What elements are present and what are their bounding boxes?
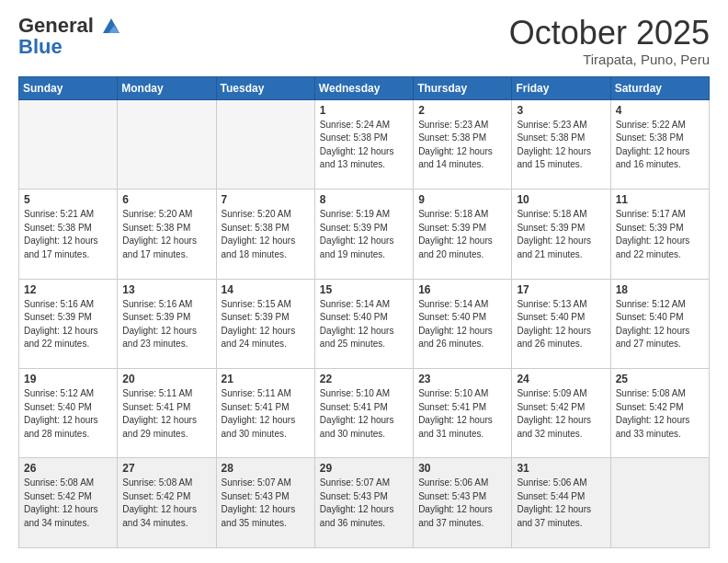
calendar-cell: 9Sunrise: 5:18 AM Sunset: 5:39 PM Daylig… xyxy=(414,190,512,279)
cell-info: Sunrise: 5:20 AM Sunset: 5:38 PM Dayligh… xyxy=(222,208,310,261)
cell-info: Sunrise: 5:23 AM Sunset: 5:38 PM Dayligh… xyxy=(418,119,506,172)
day-number: 16 xyxy=(418,283,506,296)
cell-info: Sunrise: 5:15 AM Sunset: 5:39 PM Dayligh… xyxy=(222,298,310,351)
cell-info: Sunrise: 5:14 AM Sunset: 5:40 PM Dayligh… xyxy=(418,298,506,351)
calendar-cell: 8Sunrise: 5:19 AM Sunset: 5:39 PM Daylig… xyxy=(314,190,413,279)
cell-info: Sunrise: 5:10 AM Sunset: 5:41 PM Dayligh… xyxy=(418,387,506,441)
day-number: 29 xyxy=(320,462,408,475)
cell-info: Sunrise: 5:13 AM Sunset: 5:40 PM Dayligh… xyxy=(517,298,605,351)
cell-info: Sunrise: 5:12 AM Sunset: 5:40 PM Dayligh… xyxy=(616,298,704,351)
calendar-cell: 20Sunrise: 5:11 AM Sunset: 5:41 PM Dayli… xyxy=(118,369,216,458)
day-number: 17 xyxy=(517,283,605,296)
header-wednesday: Wednesday xyxy=(314,76,413,99)
day-number: 2 xyxy=(418,104,506,117)
calendar-cell: 21Sunrise: 5:11 AM Sunset: 5:41 PM Dayli… xyxy=(216,369,314,458)
day-number: 27 xyxy=(122,462,210,475)
day-number: 5 xyxy=(24,193,112,206)
cell-info: Sunrise: 5:09 AM Sunset: 5:42 PM Dayligh… xyxy=(517,387,605,441)
calendar-cell: 27Sunrise: 5:08 AM Sunset: 5:42 PM Dayli… xyxy=(118,458,216,548)
day-number: 30 xyxy=(418,462,506,475)
day-number: 9 xyxy=(418,193,506,206)
calendar-cell xyxy=(19,99,118,189)
logo-icon xyxy=(101,17,121,37)
calendar-cell: 26Sunrise: 5:08 AM Sunset: 5:42 PM Dayli… xyxy=(19,458,118,548)
calendar-cell: 18Sunrise: 5:12 AM Sunset: 5:40 PM Dayli… xyxy=(610,279,709,368)
cell-info: Sunrise: 5:16 AM Sunset: 5:39 PM Dayligh… xyxy=(24,298,112,351)
calendar-cell: 24Sunrise: 5:09 AM Sunset: 5:42 PM Dayli… xyxy=(512,369,610,458)
cell-info: Sunrise: 5:14 AM Sunset: 5:40 PM Dayligh… xyxy=(320,298,408,351)
month-title: October 2025 xyxy=(509,15,710,52)
calendar-header-row: SundayMondayTuesdayWednesdayThursdayFrid… xyxy=(19,76,710,99)
day-number: 18 xyxy=(616,283,704,296)
day-number: 15 xyxy=(320,283,408,296)
cell-info: Sunrise: 5:21 AM Sunset: 5:38 PM Dayligh… xyxy=(24,208,112,261)
logo-blue: Blue xyxy=(18,35,121,59)
calendar-cell: 14Sunrise: 5:15 AM Sunset: 5:39 PM Dayli… xyxy=(216,279,314,368)
header-monday: Monday xyxy=(118,76,216,99)
header-sunday: Sunday xyxy=(19,76,118,99)
day-number: 28 xyxy=(222,462,310,475)
header-saturday: Saturday xyxy=(610,76,709,99)
day-number: 23 xyxy=(418,373,506,385)
header-friday: Friday xyxy=(512,76,610,99)
calendar-cell: 6Sunrise: 5:20 AM Sunset: 5:38 PM Daylig… xyxy=(118,190,216,279)
cell-info: Sunrise: 5:12 AM Sunset: 5:40 PM Dayligh… xyxy=(24,387,112,441)
day-number: 21 xyxy=(222,373,310,385)
calendar-cell: 2Sunrise: 5:23 AM Sunset: 5:38 PM Daylig… xyxy=(414,99,512,189)
page: General Blue October 2025 Tirapata, Puno… xyxy=(0,0,728,563)
calendar-cell: 13Sunrise: 5:16 AM Sunset: 5:39 PM Dayli… xyxy=(118,279,216,368)
location: Tirapata, Puno, Peru xyxy=(509,52,710,67)
week-row-3: 12Sunrise: 5:16 AM Sunset: 5:39 PM Dayli… xyxy=(19,279,710,368)
day-number: 14 xyxy=(222,283,310,296)
calendar-cell: 29Sunrise: 5:07 AM Sunset: 5:43 PM Dayli… xyxy=(314,458,413,548)
day-number: 19 xyxy=(24,373,112,385)
day-number: 7 xyxy=(222,193,310,206)
calendar-cell: 16Sunrise: 5:14 AM Sunset: 5:40 PM Dayli… xyxy=(414,279,512,368)
calendar-table: SundayMondayTuesdayWednesdayThursdayFrid… xyxy=(18,76,710,548)
day-number: 10 xyxy=(517,193,605,206)
day-number: 1 xyxy=(320,104,408,117)
cell-info: Sunrise: 5:23 AM Sunset: 5:38 PM Dayligh… xyxy=(517,119,605,172)
header-thursday: Thursday xyxy=(414,76,512,99)
calendar-cell xyxy=(216,99,314,189)
cell-info: Sunrise: 5:08 AM Sunset: 5:42 PM Dayligh… xyxy=(24,477,112,530)
cell-info: Sunrise: 5:07 AM Sunset: 5:43 PM Dayligh… xyxy=(320,477,408,530)
week-row-4: 19Sunrise: 5:12 AM Sunset: 5:40 PM Dayli… xyxy=(19,369,710,458)
calendar-cell: 25Sunrise: 5:08 AM Sunset: 5:42 PM Dayli… xyxy=(610,369,709,458)
calendar-cell: 17Sunrise: 5:13 AM Sunset: 5:40 PM Dayli… xyxy=(512,279,610,368)
cell-info: Sunrise: 5:06 AM Sunset: 5:43 PM Dayligh… xyxy=(418,477,506,530)
cell-info: Sunrise: 5:17 AM Sunset: 5:39 PM Dayligh… xyxy=(616,208,704,261)
logo: General Blue xyxy=(18,15,121,59)
week-row-5: 26Sunrise: 5:08 AM Sunset: 5:42 PM Dayli… xyxy=(19,458,710,548)
cell-info: Sunrise: 5:08 AM Sunset: 5:42 PM Dayligh… xyxy=(122,477,210,530)
cell-info: Sunrise: 5:11 AM Sunset: 5:41 PM Dayligh… xyxy=(122,387,210,441)
calendar-cell: 1Sunrise: 5:24 AM Sunset: 5:38 PM Daylig… xyxy=(314,99,413,189)
header: General Blue October 2025 Tirapata, Puno… xyxy=(18,15,710,67)
day-number: 22 xyxy=(320,373,408,385)
calendar-cell xyxy=(610,458,709,548)
title-block: October 2025 Tirapata, Puno, Peru xyxy=(509,15,710,67)
calendar-cell: 22Sunrise: 5:10 AM Sunset: 5:41 PM Dayli… xyxy=(314,369,413,458)
calendar-cell: 5Sunrise: 5:21 AM Sunset: 5:38 PM Daylig… xyxy=(19,190,118,279)
cell-info: Sunrise: 5:19 AM Sunset: 5:39 PM Dayligh… xyxy=(320,208,408,261)
day-number: 24 xyxy=(517,373,605,385)
cell-info: Sunrise: 5:16 AM Sunset: 5:39 PM Dayligh… xyxy=(122,298,210,351)
calendar-cell: 10Sunrise: 5:18 AM Sunset: 5:39 PM Dayli… xyxy=(512,190,610,279)
cell-info: Sunrise: 5:24 AM Sunset: 5:38 PM Dayligh… xyxy=(320,119,408,172)
calendar-cell: 19Sunrise: 5:12 AM Sunset: 5:40 PM Dayli… xyxy=(19,369,118,458)
day-number: 12 xyxy=(24,283,112,296)
day-number: 13 xyxy=(122,283,210,296)
calendar-cell: 28Sunrise: 5:07 AM Sunset: 5:43 PM Dayli… xyxy=(216,458,314,548)
cell-info: Sunrise: 5:22 AM Sunset: 5:38 PM Dayligh… xyxy=(616,119,704,172)
day-number: 31 xyxy=(517,462,605,475)
day-number: 26 xyxy=(24,462,112,475)
week-row-2: 5Sunrise: 5:21 AM Sunset: 5:38 PM Daylig… xyxy=(19,190,710,279)
calendar-cell: 30Sunrise: 5:06 AM Sunset: 5:43 PM Dayli… xyxy=(414,458,512,548)
day-number: 4 xyxy=(616,104,704,117)
day-number: 8 xyxy=(320,193,408,206)
calendar-cell: 3Sunrise: 5:23 AM Sunset: 5:38 PM Daylig… xyxy=(512,99,610,189)
cell-info: Sunrise: 5:08 AM Sunset: 5:42 PM Dayligh… xyxy=(616,387,704,441)
cell-info: Sunrise: 5:18 AM Sunset: 5:39 PM Dayligh… xyxy=(418,208,506,261)
week-row-1: 1Sunrise: 5:24 AM Sunset: 5:38 PM Daylig… xyxy=(19,99,710,189)
calendar-cell: 12Sunrise: 5:16 AM Sunset: 5:39 PM Dayli… xyxy=(19,279,118,368)
